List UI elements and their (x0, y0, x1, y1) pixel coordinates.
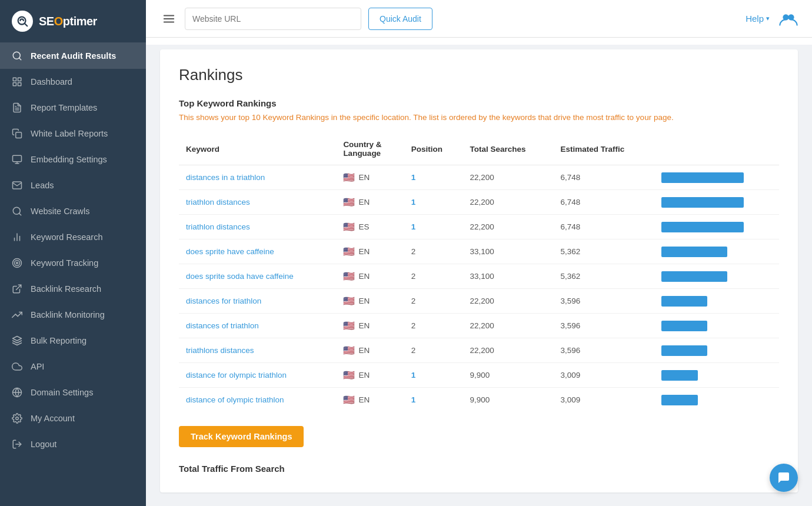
cell-total-searches: 22,200 (463, 289, 554, 314)
logo-icon (12, 11, 33, 32)
cell-keyword[interactable]: triathlon distances (179, 215, 336, 239)
svg-point-19 (15, 261, 20, 266)
table-row: does sprite have caffeine 🇺🇸 EN 2 33,100… (179, 239, 779, 264)
table-row: triathlon distances 🇺🇸 EN 1 22,200 6,748 (179, 190, 779, 215)
cell-keyword[interactable]: distance of olympic triathlon (179, 388, 336, 412)
topbar-right: Help ▾ (746, 9, 798, 28)
chat-icon (777, 471, 791, 485)
sidebar-label-api: API (31, 362, 44, 371)
flag-icon: 🇺🇸 (343, 271, 355, 282)
sidebar-item-report-templates[interactable]: Report Templates (0, 95, 146, 121)
sidebar-item-keyword-research[interactable]: Keyword Research (0, 224, 146, 250)
sidebar-label-my-account: My Account (31, 414, 75, 423)
settings-icon (12, 413, 22, 424)
cell-country-language: 🇺🇸 EN (336, 165, 404, 190)
help-button[interactable]: Help ▾ (746, 14, 770, 24)
cell-total-searches: 22,200 (463, 215, 554, 239)
cell-keyword[interactable]: does sprite have caffeine (179, 239, 336, 264)
logout-icon (12, 439, 22, 450)
cell-bar (654, 215, 779, 239)
cell-keyword[interactable]: triathlons distances (179, 338, 336, 363)
main-content: Rankings Top Keyword Rankings This shows… (146, 38, 812, 506)
sidebar-item-recent-audit-results[interactable]: Recent Audit Results (0, 43, 146, 69)
topbar: Quick Audit Help ▾ (146, 0, 812, 38)
cell-country-language: 🇺🇸 EN (336, 239, 404, 264)
page-title: Rankings (179, 66, 779, 84)
quick-audit-button[interactable]: Quick Audit (368, 8, 432, 30)
cell-total-searches: 22,200 (463, 314, 554, 338)
cell-country-language: 🇺🇸 EN (336, 190, 404, 215)
svg-line-2 (19, 58, 21, 59)
cell-total-searches: 9,900 (463, 388, 554, 412)
cell-estimated-traffic: 3,596 (553, 338, 654, 363)
svg-line-14 (19, 213, 21, 215)
cell-bar (654, 264, 779, 289)
svg-rect-6 (13, 83, 16, 86)
cell-bar (654, 289, 779, 314)
user-icon-button[interactable] (779, 9, 798, 28)
sidebar-item-backlink-monitoring[interactable]: Backlink Monitoring (0, 302, 146, 328)
sidebar-item-keyword-tracking[interactable]: Keyword Tracking (0, 250, 146, 276)
language-code: EN (358, 247, 370, 256)
table-row: distances for triathlon 🇺🇸 EN 2 22,200 3… (179, 289, 779, 314)
sidebar-item-leads[interactable]: Leads (0, 172, 146, 198)
sidebar-item-my-account[interactable]: My Account (0, 405, 146, 431)
sidebar-item-bulk-reporting[interactable]: Bulk Reporting (0, 328, 146, 354)
flag-icon: 🇺🇸 (343, 320, 355, 331)
language-code: EN (358, 272, 370, 281)
cell-keyword[interactable]: triathlon distances (179, 190, 336, 215)
cell-keyword[interactable]: distances of triathlon (179, 314, 336, 338)
table-row: triathlons distances 🇺🇸 EN 2 22,200 3,59… (179, 338, 779, 363)
sidebar-label-logout: Logout (31, 440, 56, 449)
sidebar-label-recent-audit-results: Recent Audit Results (31, 51, 116, 61)
sidebar-item-logout[interactable]: Logout (0, 431, 146, 457)
table-row: distance for olympic triathlon 🇺🇸 EN 1 9… (179, 363, 779, 388)
url-input[interactable] (185, 8, 361, 30)
cell-keyword[interactable]: distances in a triathlon (179, 165, 336, 190)
sidebar-label-dashboard: Dashboard (31, 77, 72, 86)
sidebar-item-embedding-settings[interactable]: Embedding Settings (0, 147, 146, 172)
search-icon (12, 51, 22, 61)
svg-line-21 (16, 285, 21, 289)
cell-estimated-traffic: 3,596 (553, 289, 654, 314)
trending-up-icon (12, 309, 22, 320)
col-header-total-searches: Total Searches (463, 135, 554, 165)
top-keyword-rankings-section: Top Keyword Rankings This shows your top… (179, 98, 779, 412)
cell-keyword[interactable]: distance for olympic triathlon (179, 363, 336, 388)
cell-estimated-traffic: 3,009 (553, 388, 654, 412)
sidebar-item-domain-settings[interactable]: Domain Settings (0, 380, 146, 405)
sidebar-item-website-crawls[interactable]: Website Crawls (0, 198, 146, 224)
track-keyword-rankings-button[interactable]: Track Keyword Rankings (179, 426, 304, 447)
hamburger-button[interactable] (160, 10, 178, 28)
language-code: ES (358, 222, 369, 231)
file-edit-icon (12, 102, 22, 113)
sidebar-item-backlink-research[interactable]: Backlink Research (0, 276, 146, 302)
sidebar-label-keyword-research: Keyword Research (31, 232, 103, 242)
sidebar-item-api[interactable]: API (0, 354, 146, 380)
language-code: EN (358, 371, 370, 380)
cell-position: 1 (404, 388, 463, 412)
sidebar-item-white-label-reports[interactable]: White Label Reports (0, 121, 146, 147)
cell-keyword[interactable]: does sprite soda have caffeine (179, 264, 336, 289)
traffic-bar (661, 395, 698, 405)
menu-icon (162, 12, 175, 25)
rankings-table: Keyword Country &Language Position Total… (179, 135, 779, 412)
logo-text: SEOptimer (39, 15, 97, 28)
cell-position: 2 (404, 338, 463, 363)
user-group-icon (779, 9, 798, 28)
cell-country-language: 🇺🇸 EN (336, 289, 404, 314)
table-row: triathlon distances 🇺🇸 ES 1 22,200 6,748 (179, 215, 779, 239)
cell-keyword[interactable]: distances for triathlon (179, 289, 336, 314)
cell-estimated-traffic: 5,362 (553, 264, 654, 289)
flag-icon: 🇺🇸 (343, 394, 355, 405)
sidebar-item-dashboard[interactable]: Dashboard (0, 69, 146, 95)
rankings-card: Rankings Top Keyword Rankings This shows… (160, 49, 798, 492)
target-icon (12, 258, 22, 268)
cell-estimated-traffic: 3,009 (553, 363, 654, 388)
cell-estimated-traffic: 6,748 (553, 190, 654, 215)
chat-bubble-button[interactable] (770, 464, 798, 492)
section-title: Top Keyword Rankings (179, 98, 779, 108)
mail-icon (12, 180, 22, 191)
flag-icon: 🇺🇸 (343, 369, 355, 381)
cell-country-language: 🇺🇸 EN (336, 363, 404, 388)
